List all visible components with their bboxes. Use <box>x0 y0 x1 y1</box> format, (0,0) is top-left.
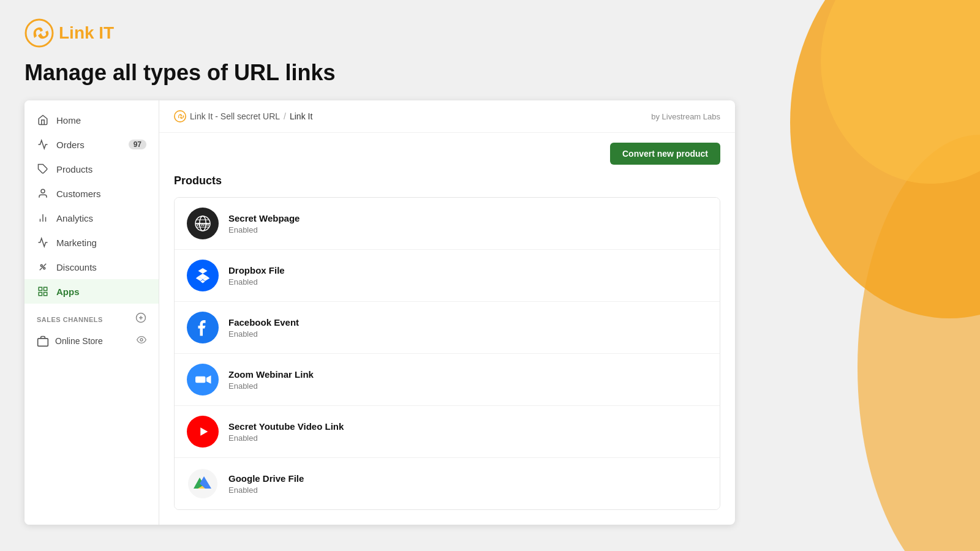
product-icon-google-drive <box>187 468 219 500</box>
svg-text:WWW: WWW <box>196 222 209 227</box>
sidebar-label-customers: Customers <box>56 189 101 199</box>
discounts-icon <box>37 261 49 273</box>
apps-icon <box>37 285 49 298</box>
main-content: Link It - Sell secret URL / Link It by L… <box>159 100 735 525</box>
breadcrumb-app-icon <box>174 110 186 122</box>
sidebar-item-home[interactable]: Home <box>24 108 159 132</box>
breadcrumb-separator: / <box>284 111 286 121</box>
products-icon <box>37 163 49 175</box>
svg-point-21 <box>175 111 186 122</box>
sidebar-label-marketing: Marketing <box>56 238 97 248</box>
page-headline: Manage all types of URL links <box>24 60 956 86</box>
logo-area: Link IT <box>24 18 956 48</box>
svg-rect-13 <box>44 287 47 290</box>
product-item-facebook[interactable]: Facebook Event Enabled <box>175 302 720 354</box>
breadcrumb: Link It - Sell secret URL / Link It <box>174 110 312 122</box>
sidebar-label-products: Products <box>56 164 92 174</box>
product-status: Enabled <box>228 225 300 234</box>
product-name: Facebook Event <box>228 317 299 328</box>
sidebar-item-discounts[interactable]: Discounts <box>24 255 159 279</box>
sidebar-item-customers[interactable]: Customers <box>24 181 159 206</box>
sidebar-item-products[interactable]: Products <box>24 157 159 181</box>
sidebar-item-orders[interactable]: Orders 97 <box>24 132 159 157</box>
product-info-facebook: Facebook Event Enabled <box>228 317 299 339</box>
by-author: by Livestream Labs <box>651 112 720 121</box>
product-info-google-drive: Google Drive File Enabled <box>228 473 304 495</box>
svg-point-9 <box>40 264 42 266</box>
customers-icon <box>37 187 49 200</box>
product-name: Secret Youtube Video Link <box>228 421 344 432</box>
product-item-google-drive[interactable]: Google Drive File Enabled <box>175 458 720 509</box>
product-status: Enabled <box>228 381 314 391</box>
svg-point-20 <box>140 339 143 341</box>
sidebar-label-orders: Orders <box>56 140 85 150</box>
sidebar-label-apps: Apps <box>56 287 80 297</box>
sidebar-item-analytics[interactable]: Analytics <box>24 206 159 230</box>
store-icon <box>37 335 49 347</box>
product-status: Enabled <box>228 329 299 339</box>
product-name: Secret Webpage <box>228 213 300 223</box>
product-icon-zoom <box>187 364 219 395</box>
sidebar-item-online-store[interactable]: Online Store <box>24 330 159 352</box>
svg-rect-19 <box>38 339 48 347</box>
add-sales-channel-icon[interactable] <box>135 312 146 326</box>
products-section: Products WWW <box>159 174 735 525</box>
convert-new-product-button[interactable]: Convert new product <box>610 143 720 165</box>
product-icon-youtube <box>187 416 219 448</box>
sidebar-label-analytics: Analytics <box>56 213 93 223</box>
svg-point-10 <box>43 268 45 269</box>
marketing-icon <box>37 236 49 249</box>
product-name: Dropbox File <box>228 265 285 276</box>
sidebar: Home Orders 97 Products <box>24 100 159 525</box>
product-info-secret-webpage: Secret Webpage Enabled <box>228 213 300 234</box>
svg-rect-12 <box>39 287 42 290</box>
analytics-icon <box>37 212 49 224</box>
svg-point-5 <box>41 189 45 193</box>
orders-badge: 97 <box>129 140 146 149</box>
svg-rect-14 <box>39 293 42 296</box>
breadcrumb-app-link[interactable]: Link It - Sell secret URL <box>190 111 280 121</box>
sidebar-label-home: Home <box>56 115 81 126</box>
breadcrumb-current: Link It <box>290 111 312 121</box>
sales-channels-label: SALES CHANNELS <box>37 316 103 323</box>
svg-rect-15 <box>44 293 47 296</box>
product-info-zoom: Zoom Webinar Link Enabled <box>228 369 314 391</box>
sales-channels-header: SALES CHANNELS <box>24 304 159 330</box>
product-item-dropbox[interactable]: Dropbox File Enabled <box>175 250 720 302</box>
svg-point-3 <box>26 20 53 47</box>
sidebar-item-marketing[interactable]: Marketing <box>24 230 159 255</box>
app-container: Home Orders 97 Products <box>24 100 735 525</box>
logo-text: Link IT <box>59 23 114 43</box>
product-icon-dropbox <box>187 260 219 291</box>
product-list: WWW Secret Webpage Enabled <box>174 197 720 510</box>
products-section-title: Products <box>174 174 720 187</box>
content-toolbar: Convert new product <box>159 133 735 174</box>
product-item-youtube[interactable]: Secret Youtube Video Link Enabled <box>175 406 720 458</box>
product-info-youtube: Secret Youtube Video Link Enabled <box>228 421 344 443</box>
product-item-secret-webpage[interactable]: WWW Secret Webpage Enabled <box>175 198 720 250</box>
eye-icon[interactable] <box>137 335 146 347</box>
product-status: Enabled <box>228 433 344 443</box>
product-name: Google Drive File <box>228 473 304 484</box>
sidebar-item-apps[interactable]: Apps <box>24 279 159 304</box>
product-icon-facebook <box>187 312 219 343</box>
home-icon <box>37 114 49 126</box>
content-header: Link It - Sell secret URL / Link It by L… <box>159 100 735 133</box>
orders-icon <box>37 138 49 151</box>
product-info-dropbox: Dropbox File Enabled <box>228 265 285 287</box>
product-item-zoom[interactable]: Zoom Webinar Link Enabled <box>175 354 720 406</box>
logo-icon <box>24 18 54 48</box>
product-icon-www: WWW <box>187 208 219 239</box>
sidebar-label-discounts: Discounts <box>56 262 97 272</box>
svg-rect-37 <box>195 377 206 383</box>
online-store-label: Online Store <box>55 336 103 346</box>
product-status: Enabled <box>228 485 304 495</box>
product-status: Enabled <box>228 277 285 287</box>
product-name: Zoom Webinar Link <box>228 369 314 380</box>
